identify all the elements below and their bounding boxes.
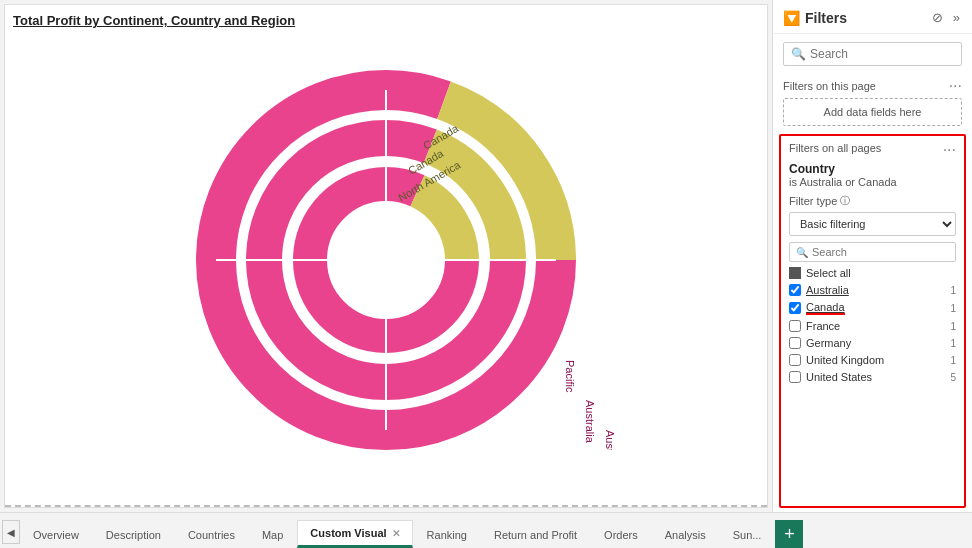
filter-items-search-input[interactable]: [812, 246, 949, 258]
tab-custom-visual[interactable]: Custom Visual ✕: [297, 520, 412, 548]
label-pacific: Pacific: [564, 360, 576, 393]
tab-overview[interactable]: Overview: [20, 520, 92, 548]
filter-label-canada: Canada: [806, 301, 845, 315]
tab-sun[interactable]: Sun...: [720, 520, 775, 548]
filters-on-page-menu-btn[interactable]: ···: [949, 78, 962, 94]
filter-checkbox-australia[interactable]: [789, 284, 801, 296]
filter-type-label: Filter type ⓘ: [789, 194, 956, 208]
search-icon: 🔍: [791, 47, 806, 61]
tab-description[interactable]: Description: [93, 520, 174, 548]
filter-checkbox-us[interactable]: [789, 371, 801, 383]
donut-chart: Canada Canada North America Pacific Aust…: [13, 32, 759, 488]
select-all-square-icon: [789, 267, 801, 279]
tab-nav-arrows: ◀: [2, 520, 20, 546]
add-data-fields-btn[interactable]: Add data fields here: [783, 98, 962, 126]
label-australia-1: Australia: [584, 400, 596, 444]
filter-item-canada: Canada 1: [789, 300, 956, 316]
select-all-label: Select all: [806, 267, 851, 279]
filter-checkbox-france[interactable]: [789, 320, 801, 332]
filter-search-icon: 🔍: [796, 247, 808, 258]
funnel-icon: 🔽: [783, 10, 800, 26]
add-tab-btn[interactable]: +: [775, 520, 803, 548]
filter-checkbox-uk[interactable]: [789, 354, 801, 366]
filter-checkbox-canada[interactable]: [789, 302, 801, 314]
tabs-bar: ◀ Overview Description Countries Map Cus…: [0, 512, 972, 548]
filters-all-pages-section: Filters on all pages ··· Country is Aust…: [779, 134, 966, 508]
filters-search-box[interactable]: 🔍: [783, 42, 962, 66]
filters-all-pages-menu-btn[interactable]: ···: [943, 142, 956, 158]
filter-checkbox-list: Select all Australia 1 Canada 1: [789, 266, 956, 384]
tab-orders[interactable]: Orders: [591, 520, 651, 548]
filter-label-uk: United Kingdom: [806, 354, 884, 366]
filter-item-australia: Australia 1: [789, 283, 956, 297]
chart-title: Total Profit by Continent, Country and R…: [13, 13, 759, 28]
tab-map[interactable]: Map: [249, 520, 296, 548]
label-australia-2: Australia: [604, 430, 616, 450]
filters-panel: 🔽 Filters ⊘ » 🔍 Filters on this page ···…: [772, 0, 972, 512]
clear-filters-btn[interactable]: ⊘: [930, 8, 945, 27]
filters-all-pages-header: Filters on all pages ···: [789, 142, 956, 158]
filter-item-uk: United Kingdom 1: [789, 353, 956, 367]
filters-header: 🔽 Filters ⊘ »: [773, 0, 972, 34]
filter-item-us: United States 5: [789, 370, 956, 384]
filter-count-us: 5: [950, 372, 956, 383]
tab-close-icon[interactable]: ✕: [392, 528, 400, 539]
chart-area: Total Profit by Continent, Country and R…: [4, 4, 768, 508]
filter-field-country: Country: [789, 162, 956, 176]
filter-items-search-box[interactable]: 🔍: [789, 242, 956, 262]
tab-ranking[interactable]: Ranking: [414, 520, 480, 548]
filter-count-australia: 1: [950, 285, 956, 296]
filter-checkbox-germany[interactable]: [789, 337, 801, 349]
filter-item-germany: Germany 1: [789, 336, 956, 350]
filter-label-us: United States: [806, 371, 872, 383]
filter-label-germany: Germany: [806, 337, 851, 349]
filters-title: 🔽 Filters: [783, 10, 847, 26]
filters-on-page-section: Filters on this page ··· Add data fields…: [773, 74, 972, 130]
filter-item-france: France 1: [789, 319, 956, 333]
filter-count-canada: 1: [950, 303, 956, 314]
filter-count-germany: 1: [950, 338, 956, 349]
filters-search-input[interactable]: [810, 47, 954, 61]
filter-count-france: 1: [950, 321, 956, 332]
donut-svg: Canada Canada North America Pacific Aust…: [146, 70, 626, 450]
filter-count-uk: 1: [950, 355, 956, 366]
filter-label-france: France: [806, 320, 840, 332]
tab-return-profit[interactable]: Return and Profit: [481, 520, 590, 548]
filters-icons: ⊘ »: [930, 8, 962, 27]
select-all-item: Select all: [789, 266, 956, 280]
tab-prev-btn[interactable]: ◀: [2, 520, 20, 544]
tab-countries[interactable]: Countries: [175, 520, 248, 548]
tab-analysis[interactable]: Analysis: [652, 520, 719, 548]
expand-filters-btn[interactable]: »: [951, 8, 962, 27]
filters-on-page-label: Filters on this page ···: [783, 78, 962, 94]
filter-type-select[interactable]: Basic filtering Advanced filtering: [789, 212, 956, 236]
info-icon: ⓘ: [840, 194, 850, 208]
filter-label-australia: Australia: [806, 284, 849, 296]
filter-condition: is Australia or Canada: [789, 176, 956, 188]
